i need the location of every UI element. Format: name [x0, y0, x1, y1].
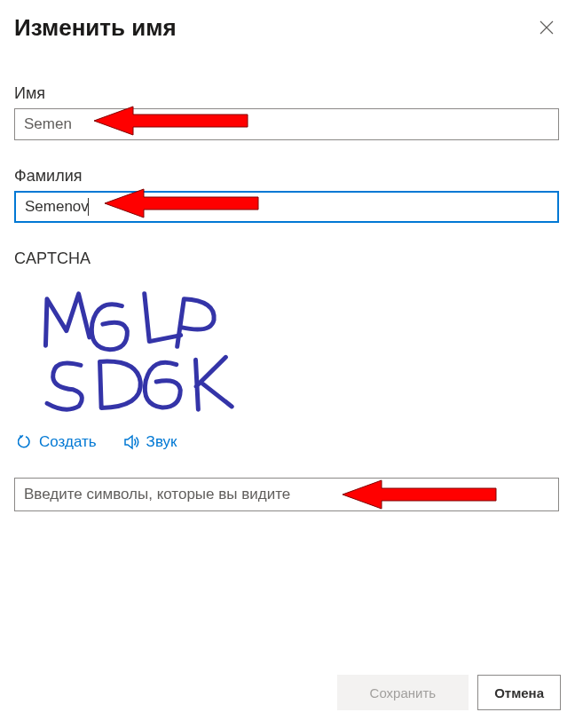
last-name-label: Фамилия: [14, 167, 561, 186]
last-name-input[interactable]: Semenov: [14, 191, 559, 223]
text-caret: [88, 198, 89, 216]
sound-icon: [123, 434, 141, 450]
cancel-button[interactable]: Отмена: [477, 675, 561, 710]
captcha-regenerate-label: Создать: [39, 433, 97, 451]
captcha-actions: Создать Звук: [18, 433, 561, 451]
dialog-footer: Сохранить Отмена: [337, 675, 561, 710]
first-name-field-block: Имя: [14, 84, 561, 140]
captcha-input-wrap: [14, 478, 561, 511]
refresh-icon: [18, 434, 34, 450]
captcha-label: CAPTCHA: [14, 249, 561, 268]
captcha-audio-label: Звук: [146, 433, 177, 451]
close-icon: [540, 17, 554, 39]
captcha-input[interactable]: [14, 478, 559, 511]
close-button[interactable]: [532, 15, 561, 42]
dialog-header: Изменить имя: [14, 14, 561, 42]
save-button[interactable]: Сохранить: [337, 675, 469, 710]
first-name-input[interactable]: [14, 108, 559, 140]
last-name-field-block: Фамилия Semenov: [14, 167, 561, 223]
dialog-title: Изменить имя: [14, 14, 177, 42]
captcha-audio-link[interactable]: Звук: [123, 433, 177, 451]
captcha-block: CAPTCHA: [14, 249, 561, 511]
captcha-image: [20, 284, 561, 421]
captcha-regenerate-link[interactable]: Создать: [18, 433, 97, 451]
last-name-value: Semenov: [25, 198, 89, 216]
first-name-label: Имя: [14, 84, 561, 103]
